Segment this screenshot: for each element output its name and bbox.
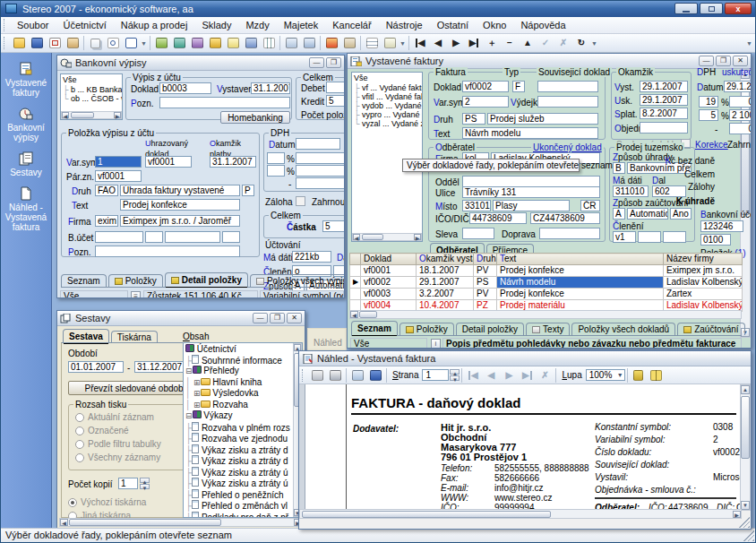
spin-down-icon[interactable]: ▼ <box>450 375 460 381</box>
print-preview-icon[interactable] <box>104 35 122 51</box>
korekce-link[interactable]: Korekce <box>695 140 728 151</box>
properties-icon[interactable] <box>64 35 82 51</box>
invoices-close-button[interactable]: ✕ <box>733 56 748 66</box>
scroll-left-icon[interactable]: ◀ <box>60 519 68 526</box>
preview-vscrollbar[interactable]: ▲ ▼ <box>740 384 751 511</box>
inv-dph-datum-field[interactable]: 29.1.2007 <box>724 81 752 92</box>
toolbar-overflow-icon[interactable]: ▼ <box>590 40 598 47</box>
pencil-icon[interactable]: ≡ <box>131 291 141 298</box>
tab-texty[interactable]: Texty <box>526 323 570 335</box>
firma-code-field[interactable]: exim <box>95 215 118 227</box>
preview-hscrollbar[interactable]: ▶ <box>299 509 742 519</box>
tab-sestava[interactable]: Sestava <box>63 329 109 343</box>
zauct-ano-field[interactable]: Ano <box>670 208 692 220</box>
page-last-icon[interactable]: ▶ <box>518 367 536 384</box>
doklad-field[interactable]: b0003 <box>159 82 211 94</box>
tree-item-vypro[interactable]: ├ vypro ... Vydané pr <box>352 110 422 119</box>
table-row[interactable]: vf000118.1.2007PVProdej konfekceEximpex … <box>350 265 743 277</box>
page-spinner[interactable]: ▲ ▼ <box>450 369 460 381</box>
bucet-field-3[interactable] <box>165 231 220 243</box>
scroll-left-icon[interactable]: ◀ <box>62 112 69 118</box>
tree-item-vyzal[interactable]: └ vyzal ... Vydané zá <box>352 119 422 128</box>
madati-field[interactable]: 221kb <box>292 251 331 263</box>
tree-item[interactable]: ⊟ Výkazy <box>185 410 300 422</box>
bucet-field-4[interactable] <box>222 231 240 243</box>
ok-icon[interactable]: ✓ <box>537 35 554 51</box>
dph-rate1-field[interactable]: 19 <box>699 96 718 108</box>
druh-text-field[interactable]: Úhrada faktury vystavené <box>120 185 240 196</box>
scroll-left-icon[interactable]: ◀ <box>350 311 358 318</box>
col-nazev-firmy[interactable]: Název firmy <box>664 254 743 265</box>
tab-polozky-vsech-dokladu[interactable]: Položky všech dokladů <box>571 323 675 335</box>
close-preview-icon[interactable]: ✗ <box>536 367 554 384</box>
tab-seznam[interactable]: Seznam <box>61 274 107 287</box>
bankovni-ucet-field-2[interactable]: 0100 <box>700 234 731 246</box>
report-content-tree[interactable]: Účetnictví ├ Souhrnné informace ⊟ Přehle… <box>183 342 303 518</box>
tree-item[interactable]: ⊟ Přehledy <box>185 366 300 377</box>
open-folder-icon[interactable] <box>10 35 28 51</box>
scroll-left-icon[interactable]: ◀ <box>353 234 360 240</box>
bank-minimize-button[interactable]: — <box>309 57 324 68</box>
ico-field[interactable]: 44738609 <box>469 212 527 224</box>
bucet-field-1[interactable] <box>95 231 143 243</box>
firma-text-field[interactable]: Eximpex jm s.r.o. / Jaroměř <box>120 215 240 227</box>
menu-okno[interactable]: Okno <box>476 17 513 33</box>
spin-up-icon[interactable]: ▲ <box>450 369 460 375</box>
dph-base1-field[interactable]: 0,00 <box>729 96 752 108</box>
tree-item-vse[interactable]: Vše <box>352 73 422 83</box>
toolbar-overflow-icon[interactable]: ▼ <box>140 40 148 47</box>
page-first-icon[interactable]: ◀ <box>464 367 482 384</box>
table-hscrollbar[interactable]: ◀ <box>349 310 742 319</box>
text-field[interactable]: Prodej konfekce <box>120 199 240 211</box>
tab-polozky[interactable]: Položky <box>399 323 454 335</box>
stat-field[interactable]: ČR <box>580 200 600 211</box>
save-icon[interactable] <box>366 367 384 384</box>
castka-field[interactable]: 5 <box>322 220 345 232</box>
ukonceny-doklad-link[interactable]: Ukončený doklad <box>531 142 604 152</box>
obdobi-od-field[interactable]: 01.01.2007 <box>68 361 124 373</box>
series-tree-hscrollbar[interactable]: ◀ ▶ <box>352 233 422 241</box>
tree-item-csob[interactable]: └ ob ... ČSOB - v <box>61 94 122 103</box>
tree-item[interactable]: ├ Výkaz zisku a ztráty d <box>185 455 300 467</box>
inv-typ-field[interactable]: F <box>512 81 525 92</box>
tab-seznam[interactable]: Seznam <box>351 321 398 335</box>
bucet-field-2[interactable] <box>145 231 163 243</box>
vyst-field[interactable]: 29.1.2007 <box>640 81 688 92</box>
journal-icon[interactable] <box>242 35 260 51</box>
nav-first-icon[interactable]: ◀ <box>411 35 429 51</box>
invoices-minimize-button[interactable]: — <box>699 56 714 66</box>
tree-item[interactable]: ├ Výkaz zisku a ztráty ú <box>185 467 300 478</box>
doprava-field[interactable] <box>539 228 600 239</box>
sleva-field[interactable] <box>462 228 494 239</box>
menu-napoveda[interactable]: Nápověda <box>513 17 572 33</box>
table-row-current[interactable]: ▶ vf000229.1.2007PS Návrh modelu Ladisla… <box>350 277 743 289</box>
reports-close-button[interactable]: ✕ <box>287 313 302 323</box>
tree-item[interactable]: ├ Výkaz zisku a ztráty d <box>185 444 300 456</box>
print-icon[interactable] <box>308 367 326 384</box>
radio-vychozi-tiskarna[interactable]: Výchozí tiskárna <box>68 497 146 508</box>
scroll-down-icon[interactable]: ▼ <box>741 501 750 510</box>
menu-mzdy[interactable]: Mzdy <box>238 17 276 33</box>
page-prev-icon[interactable]: ◀ <box>482 367 500 384</box>
tab-detail-polozky[interactable]: Detail položky <box>165 272 248 287</box>
save-icon[interactable] <box>28 35 46 51</box>
radio-aktualni-zaznam[interactable]: Aktuální záznam <box>75 412 154 423</box>
cycle-icon[interactable] <box>170 35 188 51</box>
sidebar-item-sestavy[interactable]: Sestavy <box>1 151 51 177</box>
invoices-maximize-button[interactable]: ❐ <box>716 56 731 66</box>
export-icon[interactable] <box>348 367 366 384</box>
one-page-icon[interactable] <box>630 367 648 384</box>
nav-prev-icon[interactable]: ◀ <box>429 35 447 51</box>
reports-maximize-button[interactable]: ❐ <box>270 313 285 323</box>
radio-vsechny-zaznamy[interactable]: Všechny záznamy <box>75 452 160 463</box>
print-setup-icon[interactable] <box>326 367 344 384</box>
inv-text-field[interactable]: Návrh modelu <box>462 127 598 139</box>
scroll-right-icon[interactable]: ▶ <box>414 234 421 240</box>
clipboard-icon[interactable] <box>340 35 358 51</box>
menu-soubor[interactable]: Soubor <box>10 17 56 33</box>
objedn-field[interactable] <box>640 122 688 134</box>
tree-item-vfitl[interactable]: ├ vfitl ... Vydané fakt <box>352 92 422 101</box>
menu-nakup-a-prodej[interactable]: Nákup a prodej <box>114 17 195 33</box>
tree-item[interactable]: ├ Souhrnné informace <box>185 355 300 366</box>
titlebar[interactable]: Stereo 2007 - ekonomický software, aa x <box>1 1 755 17</box>
